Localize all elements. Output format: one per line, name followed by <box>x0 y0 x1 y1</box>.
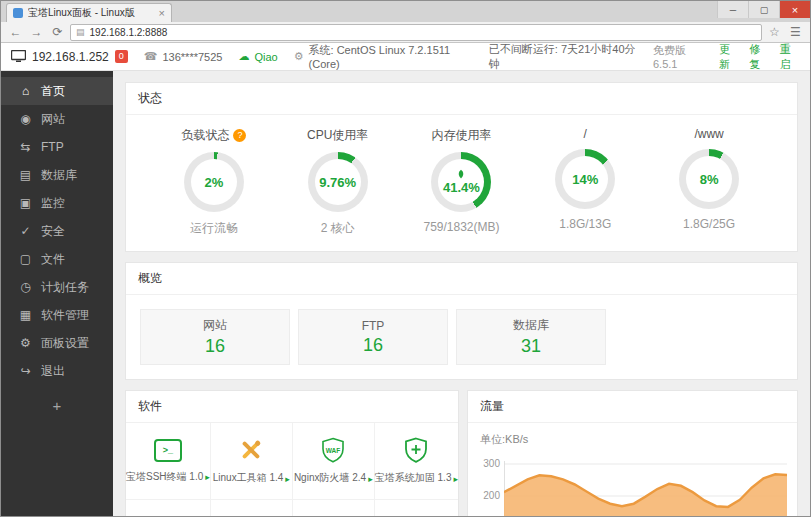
phone-icon: ☎ <box>144 50 158 63</box>
sidebar-item-label: 文件 <box>41 251 65 268</box>
gauge-donut: 41.4% <box>431 152 491 212</box>
sidebar-item-settings[interactable]: ⚙ 面板设置 <box>1 329 113 357</box>
overview-box-sites[interactable]: 网站 16 <box>140 309 290 365</box>
back-icon[interactable]: ← <box>7 26 24 38</box>
sidebar-item-home[interactable]: ⌂ 首页 <box>1 77 113 105</box>
sidebar-item-logout[interactable]: ↪ 退出 <box>1 357 113 385</box>
y-axis-tick-label: 200 <box>474 490 500 501</box>
update-link[interactable]: 更新 <box>719 42 739 72</box>
address-bar[interactable]: ▤ 192.168.1.2:8888 <box>70 24 762 41</box>
toolbox-icon <box>238 437 264 463</box>
message-badge[interactable]: 0 <box>115 50 128 63</box>
server-ip: 192.168.1.252 <box>32 50 109 64</box>
overview-box-database[interactable]: 数据库 31 <box>456 309 606 365</box>
url-text: 192.168.1.2:8888 <box>90 27 168 38</box>
app-header: 192.168.1.252 0 ☎ 136****7525 ☁ Qiao ⚙ 系… <box>1 43 810 71</box>
home-icon: ⌂ <box>19 84 32 98</box>
traffic-chart: 300200100 <box>504 451 787 516</box>
sidebar-item-database[interactable]: ▤ 数据库 <box>1 161 113 189</box>
menu-icon[interactable]: ☰ <box>787 26 804 38</box>
gauge-memory: 内存使用率 41.4% 759/1832(MB) <box>405 127 517 237</box>
tab-close-icon[interactable]: × <box>159 8 165 19</box>
ftp-icon: ⇆ <box>19 140 32 154</box>
more-arrow-icon <box>205 471 210 482</box>
overview-panel-title: 概览 <box>126 263 797 295</box>
software-grid: 宝塔SSH终端 1.0 Linux工具箱 1.4 <box>126 423 458 516</box>
monitor-icon: ▣ <box>19 196 32 210</box>
gauge-sublabel: 2 核心 <box>282 220 394 237</box>
database-icon: ▤ <box>19 168 32 182</box>
sidebar-item-label: 计划任务 <box>41 279 89 296</box>
gauge-sublabel: 759/1832(MB) <box>405 220 517 234</box>
favicon <box>13 8 23 18</box>
refresh-icon[interactable]: ⟳ <box>49 26 66 38</box>
sidebar-item-sites[interactable]: ◉ 网站 <box>1 105 113 133</box>
overview-boxes: 网站 16 FTP 16 数据库 31 <box>126 295 797 379</box>
phone-group[interactable]: ☎ 136****7525 <box>144 50 223 63</box>
software-item-partial-1[interactable] <box>126 500 211 516</box>
monitor-icon <box>11 50 26 63</box>
repair-link[interactable]: 修复 <box>749 42 769 72</box>
minimize-button[interactable]: ─ <box>717 1 748 18</box>
shield-plus-icon <box>403 437 429 463</box>
software-item-partial-2[interactable] <box>211 500 293 516</box>
software-item-label: 宝塔SSH终端 1.0 <box>126 470 203 484</box>
gauge-label: 内存使用率 <box>431 127 491 144</box>
more-arrow-icon <box>368 473 373 484</box>
sidebar-item-label: 安全 <box>41 223 65 240</box>
sidebar-item-files[interactable]: ▢ 文件 <box>1 245 113 273</box>
header-actions: 免费版 6.5.1 更新 修复 重启 <box>653 42 800 72</box>
sidebar-item-label: 监控 <box>41 195 65 212</box>
overview-label: 网站 <box>203 317 227 334</box>
traffic-chart-svg <box>504 451 787 516</box>
cloud-icon: ☁ <box>238 50 249 63</box>
tab-strip: 宝塔Linux面板 - Linux版 × ─ ▢ × <box>1 1 810 22</box>
bookmark-star-icon[interactable]: ☆ <box>766 26 783 38</box>
sidebar-item-label: 首页 <box>41 83 65 100</box>
user-group[interactable]: ☁ Qiao <box>238 50 277 63</box>
sidebar-item-software[interactable]: ▦ 软件管理 <box>1 301 113 329</box>
gauge-donut: 2% <box>184 152 244 212</box>
restart-link[interactable]: 重启 <box>780 42 800 72</box>
software-item-linux-toolbox[interactable]: Linux工具箱 1.4 <box>211 423 293 500</box>
uptime-group: 已不间断运行: 7天21小时40分钟 <box>489 42 637 72</box>
gauge-row: 负载状态 ? 2% 运行流畅 CPU使用率 9.76% 2 核心 <box>126 115 797 251</box>
sidebar-item-ftp[interactable]: ⇆ FTP <box>1 133 113 161</box>
gauge-sublabel: 1.8G/13G <box>529 217 641 231</box>
sidebar-item-label: 软件管理 <box>41 307 89 324</box>
traffic-panel-title: 流量 <box>468 391 797 423</box>
sidebar-item-label: 数据库 <box>41 167 77 184</box>
site-icon: ◉ <box>19 112 32 126</box>
sidebar-item-cron[interactable]: ◷ 计划任务 <box>1 273 113 301</box>
sidebar-item-monitor[interactable]: ▣ 监控 <box>1 189 113 217</box>
software-item-label: Linux工具箱 1.4 <box>213 471 284 485</box>
browser-tab[interactable]: 宝塔Linux面板 - Linux版 × <box>6 3 172 22</box>
software-item-label: 宝塔系统加固 1.3 <box>375 471 452 485</box>
logout-icon: ↪ <box>19 364 32 378</box>
y-axis-tick-label: 300 <box>474 458 500 469</box>
software-item-nginx-waf[interactable]: WAF Nginx防火墙 2.4 <box>293 423 375 500</box>
waf-shield-icon: WAF <box>320 437 346 463</box>
overview-label: 数据库 <box>513 317 549 334</box>
version-label: 免费版 6.5.1 <box>653 43 709 70</box>
gauge-value: 8% <box>700 172 719 187</box>
forward-icon[interactable]: → <box>28 26 45 38</box>
sidebar-item-security[interactable]: ✓ 安全 <box>1 217 113 245</box>
gauge-donut: 8% <box>679 149 739 209</box>
overview-box-ftp[interactable]: FTP 16 <box>298 309 448 365</box>
window-controls: ─ ▢ × <box>717 1 810 18</box>
sidebar: ⌂ 首页 ◉ 网站 ⇆ FTP ▤ 数据库 ▣ 监控 ✓ 安全 <box>1 71 113 516</box>
help-icon[interactable]: ? <box>233 129 246 142</box>
close-button[interactable]: × <box>779 1 810 18</box>
software-item-system-hardening[interactable]: 宝塔系统加固 1.3 <box>375 423 458 500</box>
software-item-ssh-terminal[interactable]: 宝塔SSH终端 1.0 <box>126 423 211 500</box>
server-ip-group[interactable]: 192.168.1.252 0 <box>11 50 128 64</box>
gauge-sublabel: 1.8G/25G <box>653 217 765 231</box>
gauge-value: 41.4% <box>443 180 480 195</box>
browser-window: 宝塔Linux面板 - Linux版 × ─ ▢ × ← → ⟳ ▤ 192.1… <box>0 0 811 517</box>
maximize-button[interactable]: ▢ <box>748 1 779 18</box>
gauge-value: 2% <box>204 175 223 190</box>
page-icon: ▤ <box>76 27 85 37</box>
sidebar-expand-button[interactable]: + <box>1 397 113 414</box>
memory-release-leaf-icon[interactable] <box>456 169 466 179</box>
